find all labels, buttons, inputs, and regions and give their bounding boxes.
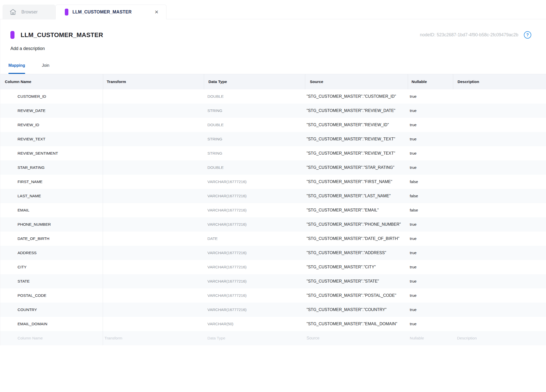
nullable-cell[interactable]: false: [408, 189, 453, 203]
column-name-cell[interactable]: POSTAL_CODE: [0, 288, 103, 303]
new-data-type-placeholder[interactable]: Data Type: [204, 331, 305, 345]
description-cell[interactable]: [453, 246, 546, 260]
column-name-cell[interactable]: CUSTOMER_ID: [0, 89, 103, 104]
transform-cell[interactable]: [103, 132, 204, 146]
data-type-cell[interactable]: DOUBLE: [204, 89, 305, 104]
transform-cell[interactable]: [103, 274, 204, 288]
source-cell[interactable]: "STG_CUSTOMER_MASTER"."COUNTRY": [305, 303, 408, 317]
data-type-cell[interactable]: VARCHAR(16777216): [204, 175, 305, 189]
transform-cell[interactable]: [103, 288, 204, 303]
source-cell[interactable]: "STG_CUSTOMER_MASTER"."FIRST_NAME": [305, 175, 408, 189]
description-cell[interactable]: [453, 317, 546, 331]
data-type-cell[interactable]: VARCHAR(16777216): [204, 246, 305, 260]
description-cell[interactable]: [453, 132, 546, 146]
data-type-cell[interactable]: STRING: [204, 104, 305, 118]
column-name-cell[interactable]: FIRST_NAME: [0, 175, 103, 189]
column-name-cell[interactable]: REVIEW_TEXT: [0, 132, 103, 146]
source-cell[interactable]: "STG_CUSTOMER_MASTER"."REVIEW_TEXT": [305, 132, 408, 146]
transform-cell[interactable]: [103, 203, 204, 217]
new-transform-placeholder[interactable]: Transform: [103, 331, 204, 345]
tab-node[interactable]: LLM_CUSTOMER_MASTER ✕: [55, 5, 166, 19]
column-name-cell[interactable]: COUNTRY: [0, 303, 103, 317]
new-description-placeholder[interactable]: Description: [453, 331, 546, 345]
description-cell[interactable]: [453, 288, 546, 303]
data-type-cell[interactable]: VARCHAR(16777216): [204, 288, 305, 303]
nullable-cell[interactable]: true: [408, 89, 453, 104]
column-name-cell[interactable]: STATE: [0, 274, 103, 288]
data-type-cell[interactable]: DATE: [204, 232, 305, 246]
nullable-cell[interactable]: true: [408, 160, 453, 175]
transform-cell[interactable]: [103, 303, 204, 317]
transform-cell[interactable]: [103, 232, 204, 246]
description-cell[interactable]: [453, 217, 546, 232]
data-type-cell[interactable]: VARCHAR(16777216): [204, 303, 305, 317]
source-cell[interactable]: "STG_CUSTOMER_MASTER"."REVIEW_ID": [305, 118, 408, 132]
column-name-cell[interactable]: EMAIL_DOMAIN: [0, 317, 103, 331]
new-column-row[interactable]: Column Name Transform Data Type Source N…: [0, 331, 546, 345]
nullable-cell[interactable]: true: [408, 317, 453, 331]
source-cell[interactable]: "STG_CUSTOMER_MASTER"."CITY": [305, 260, 408, 274]
description-placeholder[interactable]: Add a description: [10, 46, 45, 51]
transform-cell[interactable]: [103, 317, 204, 331]
data-type-cell[interactable]: VARCHAR(16777216): [204, 189, 305, 203]
source-cell[interactable]: "STG_CUSTOMER_MASTER"."LAST_NAME": [305, 189, 408, 203]
data-type-cell[interactable]: STRING: [204, 146, 305, 160]
data-type-cell[interactable]: VARCHAR(16777216): [204, 217, 305, 232]
transform-cell[interactable]: [103, 189, 204, 203]
column-name-cell[interactable]: EMAIL: [0, 203, 103, 217]
description-cell[interactable]: [453, 104, 546, 118]
column-name-cell[interactable]: DATE_OF_BIRTH: [0, 232, 103, 246]
source-cell[interactable]: "STG_CUSTOMER_MASTER"."STAR_RATING": [305, 160, 408, 175]
data-type-cell[interactable]: VARCHAR(16777216): [204, 260, 305, 274]
column-name-cell[interactable]: CITY: [0, 260, 103, 274]
new-nullable-placeholder[interactable]: Nullable: [408, 331, 453, 345]
nullable-cell[interactable]: false: [408, 203, 453, 217]
column-name-cell[interactable]: REVIEW_ID: [0, 118, 103, 132]
nullable-cell[interactable]: true: [408, 104, 453, 118]
data-type-cell[interactable]: VARCHAR(16777216): [204, 274, 305, 288]
data-type-cell[interactable]: VARCHAR(50): [204, 317, 305, 331]
description-cell[interactable]: [453, 203, 546, 217]
nullable-cell[interactable]: true: [408, 260, 453, 274]
tab-mapping[interactable]: Mapping: [8, 61, 25, 74]
data-type-cell[interactable]: DOUBLE: [204, 118, 305, 132]
transform-cell[interactable]: [103, 118, 204, 132]
column-name-cell[interactable]: REVIEW_SENTIMENT: [0, 146, 103, 160]
transform-cell[interactable]: [103, 260, 204, 274]
new-column-name-placeholder[interactable]: Column Name: [0, 331, 103, 345]
source-cell[interactable]: "STG_CUSTOMER_MASTER"."POSTAL_CODE": [305, 288, 408, 303]
source-cell[interactable]: "STG_CUSTOMER_MASTER"."DATE_OF_BIRTH": [305, 232, 408, 246]
transform-cell[interactable]: [103, 160, 204, 175]
column-name-cell[interactable]: ADDRESS: [0, 246, 103, 260]
tab-join[interactable]: Join: [42, 61, 49, 74]
nullable-cell[interactable]: true: [408, 132, 453, 146]
tab-browser[interactable]: Browser: [3, 5, 55, 19]
source-cell[interactable]: "STG_CUSTOMER_MASTER"."STATE": [305, 274, 408, 288]
transform-cell[interactable]: [103, 146, 204, 160]
source-cell[interactable]: "STG_CUSTOMER_MASTER"."EMAIL": [305, 203, 408, 217]
description-cell[interactable]: [453, 232, 546, 246]
transform-cell[interactable]: [103, 89, 204, 104]
description-cell[interactable]: [453, 146, 546, 160]
column-name-cell[interactable]: LAST_NAME: [0, 189, 103, 203]
transform-cell[interactable]: [103, 246, 204, 260]
column-name-cell[interactable]: PHONE_NUMBER: [0, 217, 103, 232]
data-type-cell[interactable]: STRING: [204, 132, 305, 146]
description-cell[interactable]: [453, 303, 546, 317]
close-tab-icon[interactable]: ✕: [154, 9, 160, 15]
data-type-cell[interactable]: DOUBLE: [204, 160, 305, 175]
description-cell[interactable]: [453, 175, 546, 189]
source-cell[interactable]: "STG_CUSTOMER_MASTER"."REVIEW_TEXT": [305, 146, 408, 160]
description-cell[interactable]: [453, 189, 546, 203]
nullable-cell[interactable]: true: [408, 246, 453, 260]
nullable-cell[interactable]: true: [408, 274, 453, 288]
description-cell[interactable]: [453, 118, 546, 132]
description-cell[interactable]: [453, 160, 546, 175]
new-source-placeholder[interactable]: Source: [305, 331, 408, 345]
nullable-cell[interactable]: true: [408, 232, 453, 246]
column-name-cell[interactable]: STAR_RATING: [0, 160, 103, 175]
description-cell[interactable]: [453, 89, 546, 104]
nullable-cell[interactable]: true: [408, 146, 453, 160]
nullable-cell[interactable]: true: [408, 118, 453, 132]
nullable-cell[interactable]: true: [408, 303, 453, 317]
